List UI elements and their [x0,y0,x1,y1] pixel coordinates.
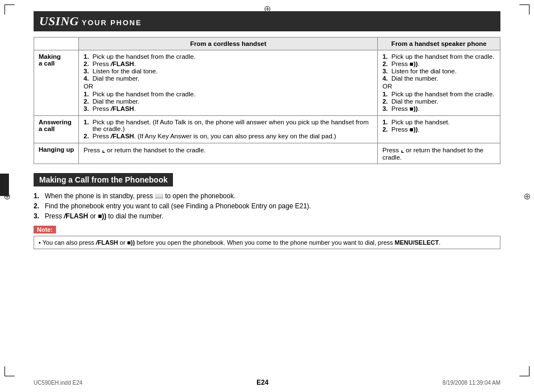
step-item: 1.Pick up the handset from the cradle. [382,91,495,97]
footer-file-info: UC590EH.indd E24 [34,380,82,386]
corner-mark-br [519,366,530,376]
making-cordless-steps2: 1.Pick up the handset from the cradle. 2… [83,91,373,112]
phonebook-section: Making a Call from the Phonebook 1. When… [34,173,500,249]
step-item: 4.Dial the number. [382,75,495,82]
page-number: E24 [82,379,442,386]
table-row-hangup: Hanging up Press ⌞ or return the handset… [34,143,500,164]
note-box: • You can also press /FLASH or ■)) befor… [34,236,500,249]
answering-cordless-cell: 1.Pick up the handset. (If Auto Talk is … [79,116,378,143]
phonebook-step-2: 2. Find the phonebook entry you want to … [34,202,500,210]
row-label-hangup: Hanging up [34,143,79,164]
or-text: OR [83,83,373,90]
answering-speaker-cell: 1.Pick up the handset. 2.Press ■)). [378,116,500,143]
side-tab [0,174,9,196]
step-item: 1.Pick up the handset from the cradle. [83,53,373,60]
col-header-speaker: From a handset speaker phone [378,38,500,50]
row-label-making: Making a call [34,50,79,116]
step-item: 2.Press ■)). [382,60,495,67]
table-row-making: Making a call 1.Pick up the handset from… [34,50,500,116]
step-item: 3.Listen for the dial tone. [83,68,373,74]
step-item: 3.Press ■)). [382,105,495,112]
note-label-wrapper: Note: [34,226,500,236]
corner-mark-tl [4,4,15,15]
crosshair-top: ⊕ [264,3,271,14]
footer-date: 8/19/2008 11:39:04 AM [443,380,500,386]
corner-mark-bl [4,366,15,376]
step-item: 3.Press /FLASH. [83,105,373,112]
footer: UC590EH.indd E24 E24 8/19/2008 11:39:04 … [0,379,534,386]
phonebook-step-1: 1. When the phone is in standby, press 📖… [34,192,500,200]
crosshair-right: ⊕ [523,191,531,202]
making-speaker-cell: 1.Pick up the handset from the cradle. 2… [378,50,500,116]
step-item: 1.Pick up the handset. [382,119,495,125]
title-using: USING [39,14,79,29]
step-item: 3.Listen for the dial tone. [382,68,495,74]
title-your-phone: YOUR PHONE [82,18,142,27]
phonebook-steps: 1. When the phone is in standby, press 📖… [34,192,500,220]
hangup-cordless-cell: Press ⌞ or return the handset to the cra… [79,143,378,164]
note-label: Note: [34,226,56,234]
step-item: 4.Dial the number. [83,75,373,82]
row-label-answering: Answering a call [34,116,79,143]
hangup-speaker-cell: Press ⌞ or return the handset to the cra… [378,143,500,164]
title-bar: USING YOUR PHONE [34,11,500,31]
table-row-answering: Answering a call 1.Pick up the handset. … [34,116,500,143]
making-speaker-steps2: 1.Pick up the handset from the cradle. 2… [382,91,495,112]
making-speaker-steps: 1.Pick up the handset from the cradle. 2… [382,53,495,82]
step-item: 1.Pick up the handset from the cradle. [382,53,495,60]
phonebook-heading: Making a Call from the Phonebook [34,173,173,186]
col-header-cordless: From a cordless handset [79,38,378,50]
making-cordless-steps: 1.Pick up the handset from the cradle. 2… [83,53,373,82]
page: ⊕ ⊕ ⊕ USING YOUR PHONE From a cordless h… [0,0,534,392]
answering-cordless-steps: 1.Pick up the handset. (If Auto Talk is … [83,119,373,139]
making-cordless-cell: 1.Pick up the handset from the cradle. 2… [79,50,378,116]
answering-speaker-steps: 1.Pick up the handset. 2.Press ■)). [382,119,495,133]
step-item: 1.Pick up the handset. (If Auto Talk is … [83,119,373,132]
phonebook-step-3: 3. Press /FLASH or ■)) to dial the numbe… [34,212,500,220]
step-item: 2.Dial the number. [382,98,495,105]
step-item: 2.Press ■)). [382,126,495,133]
or-text: OR [382,83,495,90]
step-item: 2.Press /FLASH. (If Any Key Answer is on… [83,133,373,139]
step-item: 2.Press /FLASH. [83,60,373,67]
step-item: 1.Pick up the handset from the cradle. [83,91,373,97]
main-table: From a cordless handset From a handset s… [34,37,500,164]
corner-mark-tr [519,4,530,15]
step-item: 2.Dial the number. [83,98,373,105]
